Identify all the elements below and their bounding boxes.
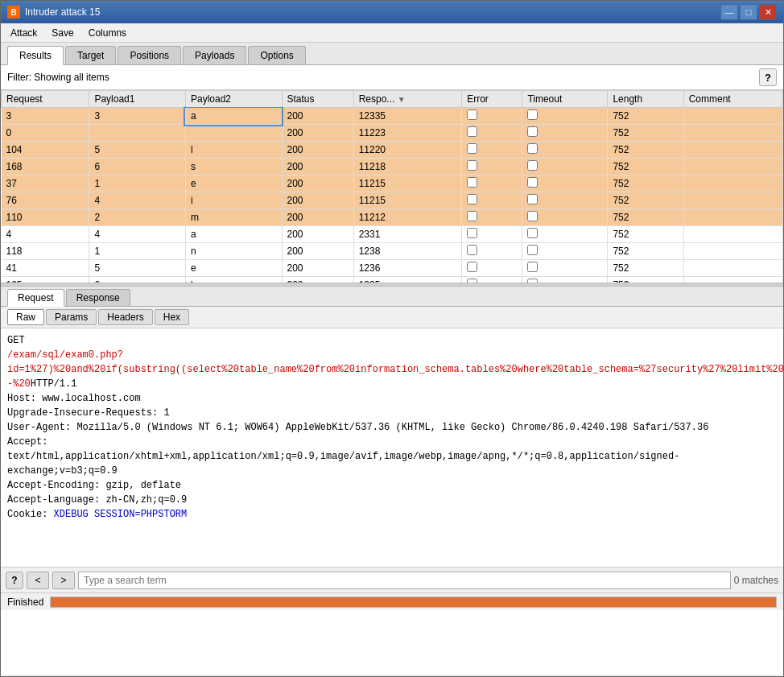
error-checkbox[interactable] [467, 109, 477, 120]
error-checkbox[interactable] [467, 160, 477, 171]
header-accept-encoding: Accept-Encoding: gzip, deflate [7, 478, 777, 493]
timeout-checkbox[interactable] [527, 143, 538, 154]
timeout-checkbox[interactable] [527, 126, 538, 137]
error-checkbox[interactable] [467, 228, 477, 238]
error-checkbox[interactable] [467, 211, 477, 221]
timeout-checkbox[interactable] [527, 211, 538, 221]
format-raw[interactable]: Raw [7, 309, 44, 325]
tab-results[interactable]: Results [7, 46, 64, 65]
status-label: Finished [7, 597, 43, 608]
minimize-button[interactable]: — [720, 4, 738, 20]
tab-target[interactable]: Target [65, 46, 116, 64]
table-row[interactable]: 415e2001236752 [2, 260, 783, 277]
timeout-checkbox[interactable] [527, 262, 538, 272]
timeout-checkbox[interactable] [527, 160, 538, 171]
timeout-checkbox[interactable] [527, 109, 538, 120]
filter-text: Filter: Showing all items [7, 72, 109, 83]
results-table: Request Payload1 Payload2 Status Respo..… [1, 90, 783, 283]
error-checkbox[interactable] [467, 194, 477, 204]
table-row[interactable]: 1045l20011220752 [2, 142, 783, 159]
app-icon: B [7, 6, 20, 19]
nav-prev-button[interactable]: < [27, 572, 49, 589]
matches-count: 0 matches [734, 575, 778, 586]
table-row[interactable]: 33a20012335752 [2, 108, 783, 125]
error-checkbox[interactable] [467, 126, 477, 137]
main-content: Filter: Showing all items ? Request Payl… [1, 65, 783, 675]
menu-attack[interactable]: Attack [4, 26, 43, 40]
tab-response[interactable]: Response [66, 289, 130, 306]
format-hex[interactable]: Hex [155, 309, 189, 325]
timeout-checkbox[interactable] [527, 245, 538, 255]
format-tabs: Raw Params Headers Hex [1, 307, 783, 328]
error-checkbox[interactable] [467, 177, 477, 188]
tab-bar: Results Target Positions Payloads Option… [1, 43, 783, 65]
status-bar: Finished [1, 592, 783, 610]
header-accept-value: text/html,application/xhtml+xml,applicat… [7, 449, 777, 478]
menu-bar: Attack Save Columns [1, 23, 783, 43]
request-url: /exam/sql/exam0.php?id=1%27)%20and%20if(… [7, 349, 783, 390]
results-table-wrapper[interactable]: Request Payload1 Payload2 Status Respo..… [1, 90, 783, 283]
maximize-button[interactable]: □ [740, 4, 757, 20]
error-checkbox[interactable] [467, 245, 477, 255]
col-status[interactable]: Status [282, 91, 353, 108]
header-cookie: Cookie: XDEBUG SESSION=PHPSTORM [7, 507, 777, 522]
http-version: HTTP/1.1 [31, 378, 77, 390]
tab-payloads[interactable]: Payloads [183, 46, 246, 64]
header-accept-label: Accept: [7, 435, 777, 449]
request-method-line: GET [7, 333, 777, 348]
filter-help-button[interactable]: ? [759, 68, 777, 86]
timeout-checkbox[interactable] [527, 228, 538, 238]
error-checkbox[interactable] [467, 143, 477, 154]
tab-positions[interactable]: Positions [118, 46, 181, 64]
search-help-button[interactable]: ? [6, 572, 23, 589]
close-button[interactable]: ✕ [759, 4, 777, 20]
menu-columns[interactable]: Columns [82, 26, 133, 40]
req-resp-tabs: Request Response [1, 287, 783, 307]
col-comment[interactable]: Comment [683, 91, 782, 108]
search-bar: ? < > 0 matches [1, 567, 783, 592]
nav-next-button[interactable]: > [52, 572, 75, 589]
table-row[interactable]: 764i20011215752 [2, 192, 783, 209]
timeout-checkbox[interactable] [527, 177, 538, 188]
format-headers[interactable]: Headers [98, 309, 152, 325]
col-timeout[interactable]: Timeout [522, 91, 608, 108]
table-row[interactable]: 1056l2001235752 [2, 277, 783, 283]
window-title: Intruder attack 15 [25, 6, 100, 18]
table-row[interactable]: 020011223752 [2, 125, 783, 142]
tab-request[interactable]: Request [7, 289, 64, 307]
header-host: Host: www.localhost.com [7, 391, 777, 406]
bottom-panel: Request Response Raw Params Headers Hex … [1, 287, 783, 592]
col-error[interactable]: Error [462, 91, 522, 108]
table-row[interactable]: 371e20011215752 [2, 175, 783, 192]
cookie-value: XDEBUG SESSION=PHPSTORM [54, 509, 188, 520]
http-method: GET [7, 335, 25, 346]
status-progress-bar [50, 597, 777, 608]
status-progress-fill [51, 597, 776, 607]
error-checkbox[interactable] [467, 262, 477, 272]
col-length[interactable]: Length [608, 91, 683, 108]
header-accept-language: Accept-Language: zh-CN,zh;q=0.9 [7, 493, 777, 507]
tab-options[interactable]: Options [248, 46, 305, 64]
col-response[interactable]: Respo... ▼ [353, 91, 462, 108]
request-content: GET /exam/sql/exam0.php?id=1%27)%20and%2… [1, 328, 783, 567]
request-url-line: /exam/sql/exam0.php?id=1%27)%20and%20if(… [7, 348, 777, 391]
title-bar: B Intruder attack 15 — □ ✕ [1, 1, 783, 23]
timeout-checkbox[interactable] [527, 194, 538, 204]
table-row[interactable]: 1102m20011212752 [2, 209, 783, 226]
sort-arrow: ▼ [398, 95, 406, 104]
filter-bar: Filter: Showing all items ? [1, 65, 783, 90]
table-row[interactable]: 1686s20011218752 [2, 159, 783, 175]
menu-save[interactable]: Save [45, 26, 80, 40]
search-input[interactable] [78, 572, 731, 589]
header-upgrade: Upgrade-Insecure-Requests: 1 [7, 406, 777, 420]
header-user-agent: User-Agent: Mozilla/5.0 (Windows NT 6.1;… [7, 420, 777, 435]
format-params[interactable]: Params [46, 309, 97, 325]
col-payload2[interactable]: Payload2 [185, 91, 282, 108]
table-row[interactable]: 44a2002331752 [2, 226, 783, 243]
table-row[interactable]: 1181n2001238752 [2, 243, 783, 260]
results-panel: Filter: Showing all items ? Request Payl… [1, 65, 783, 283]
col-payload1[interactable]: Payload1 [89, 91, 186, 108]
col-request[interactable]: Request [2, 91, 89, 108]
